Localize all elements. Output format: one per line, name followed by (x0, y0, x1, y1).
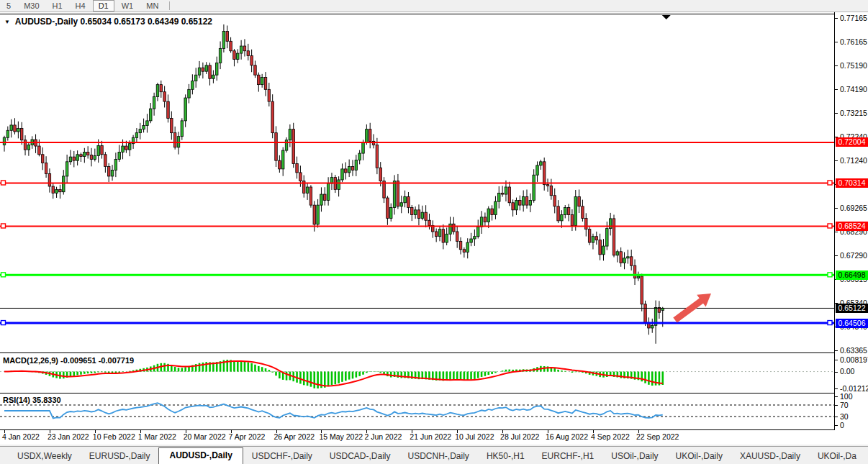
chart-ohlc-values: 0.65034 0.65173 0.64349 0.65122 (81, 17, 213, 27)
axis-tick (835, 113, 838, 114)
price-line-label: 0.70314 (836, 178, 868, 188)
chart-tab-audusd-daily[interactable]: AUDUSD-,Daily (158, 447, 243, 464)
price-tick-label: 0.73215 (840, 109, 867, 117)
price-tick-label: 0.76165 (840, 37, 867, 46)
date-label: 22 Sep 2022 (636, 432, 679, 441)
axis-tick (835, 137, 838, 137)
rsi-axis-label: 30 (840, 412, 849, 421)
chart-tab-usdcnh-daily[interactable]: USDCNH-,Daily (399, 449, 478, 464)
date-label: 4 Sep 2022 (591, 432, 630, 441)
tab-scroll-controls: ◂▸ (865, 453, 868, 464)
chart-tab-xauusd-daily[interactable]: XAUUSD-,Daily (731, 449, 809, 464)
chart-symbol-label: AUDUSD-,Daily (15, 17, 78, 27)
date-label: 26 Apr 2022 (274, 432, 315, 441)
time-axis[interactable]: 4 Jan 202223 Jan 202210 Feb 20221 Mar 20… (0, 430, 834, 445)
timeframe-button-m30[interactable]: M30 (18, 0, 45, 12)
last-bar-marker-icon (662, 15, 671, 19)
date-label: 21 Jun 2022 (410, 432, 451, 441)
price-tick-label: 0.63365 (840, 346, 867, 355)
date-label: 23 Jan 2022 (48, 432, 89, 441)
mt4-window: 5M30H1H4D1W1MN ▼ AUDUSD-,Daily 0.65034 0… (0, 0, 868, 464)
axis-tick (835, 42, 838, 42)
axis-tick (835, 160, 838, 161)
date-label: 2 Jun 2022 (364, 432, 402, 441)
date-label: 10 Jul 2022 (455, 432, 494, 441)
chart-tab-usdchf-daily[interactable]: USDCHF-,Daily (243, 449, 321, 464)
axis-tick (835, 65, 838, 66)
date-label: 28 Jul 2022 (500, 432, 539, 441)
price-line-label: 0.64506 (836, 319, 868, 328)
price-line-label: 0.68524 (836, 222, 868, 231)
rsi-indicator-label: RSI(14) 35.8330 (3, 396, 61, 404)
date-label: 4 Jan 2022 (2, 432, 40, 441)
price-tick-label: 0.71240 (840, 156, 867, 165)
date-label: 1 Mar 2022 (138, 432, 176, 441)
timeframe-button-mn[interactable]: MN (140, 0, 164, 12)
chart-tab-ukoil-da[interactable]: UKOil-,Da (809, 449, 865, 464)
timeframe-toolbar: 5M30H1H4D1W1MN (0, 0, 868, 12)
date-label: 20 Mar 2022 (184, 432, 226, 441)
timeframe-button-w1[interactable]: W1 (116, 0, 140, 12)
price-tick-label: 0.67290 (840, 251, 867, 260)
price-tick-label: 0.74190 (840, 85, 867, 94)
price-tick-label: 0.77165 (840, 14, 867, 22)
price-line-label: 0.72004 (836, 137, 868, 147)
axis-tick (835, 208, 838, 209)
chart-area[interactable]: ▼ AUDUSD-,Daily 0.65034 0.65173 0.64349 … (0, 12, 868, 445)
toolbar-separator (169, 1, 170, 10)
candlesticks (3, 24, 664, 344)
date-label: 15 May 2022 (319, 432, 363, 441)
axis-tick (835, 89, 838, 90)
price-line-label: 0.66498 (836, 270, 868, 280)
chart-dropdown-icon[interactable]: ▼ (4, 19, 10, 25)
timeframe-button-5[interactable]: 5 (1, 0, 17, 12)
macd-axis-label: 0.00 (840, 367, 854, 376)
rsi-axis-label: 0 (840, 421, 844, 429)
chart-tab-eurusd-daily[interactable]: EURUSD-,Daily (81, 449, 159, 464)
timeframe-button-d1[interactable]: D1 (93, 0, 114, 12)
rsi-axis-label: 70 (840, 401, 849, 409)
chart-tab-usdx-weekly[interactable]: USDX,Weekly (9, 449, 81, 464)
price-line-label: 0.65122 (836, 304, 868, 313)
chart-title: ▼ AUDUSD-,Daily 0.65034 0.65173 0.64349 … (4, 17, 212, 27)
rsi-axis-label: 100 (840, 392, 853, 401)
chart-canvas[interactable] (0, 12, 834, 445)
axis-tick (835, 255, 838, 256)
timeframe-button-h4[interactable]: H4 (70, 0, 91, 12)
macd-signal-line (4, 361, 663, 386)
chart-tab-ukoil-daily[interactable]: UKOil-,Daily (667, 449, 731, 464)
chart-tab-usdcad-daily[interactable]: USDCAD-,Daily (321, 449, 399, 464)
chart-tab-usoil-daily[interactable]: USOil-,Daily (602, 449, 666, 464)
axis-tick (835, 350, 838, 351)
axis-tick (835, 232, 838, 232)
price-tick-label: 0.69265 (840, 204, 867, 212)
date-label: 10 Feb 2022 (93, 432, 135, 441)
axis-tick (835, 18, 838, 19)
date-label: 16 Aug 2022 (546, 432, 588, 441)
macd-axis-label: 0.008197 (840, 355, 868, 364)
chart-tabs-bar: USDX,WeeklyEURUSD-,DailyAUDUSD-,DailyUSD… (0, 446, 868, 464)
macd-indicator-label: MACD(12,26,9) -0.009651 -0.007719 (3, 356, 134, 365)
chart-tab-hk50-h1[interactable]: HK50-,H1 (478, 449, 533, 464)
price-axis[interactable]: 0.771650.761650.751900.741900.732150.722… (834, 12, 868, 430)
price-tick-label: 0.75190 (840, 61, 867, 70)
date-label: 7 Apr 2022 (229, 432, 266, 441)
chart-tab-eurchf-h1[interactable]: EURCHF-,H1 (533, 449, 603, 464)
timeframe-button-h1[interactable]: H1 (47, 0, 68, 12)
